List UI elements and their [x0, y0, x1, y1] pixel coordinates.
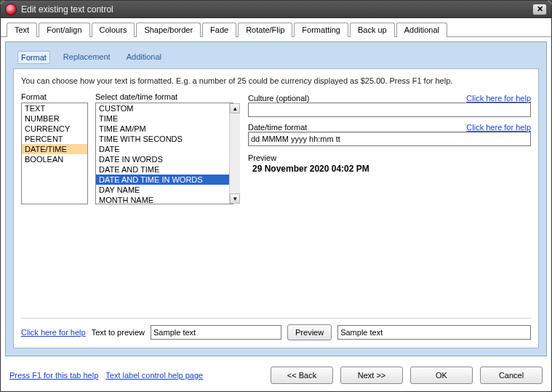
bottom-help-link[interactable]: Click here for help — [21, 328, 86, 337]
scrollbar[interactable]: ▴ ▾ — [229, 103, 240, 204]
cancel-button[interactable]: Cancel — [480, 367, 543, 384]
bottom-preview-row: Click here for help Text to preview Prev… — [21, 318, 531, 340]
format-item[interactable]: DATE/TIME — [22, 144, 87, 154]
select-dt-label: Select date/time format — [95, 92, 241, 101]
tab-text[interactable]: Text — [7, 23, 37, 37]
back-button[interactable]: << Back — [271, 367, 333, 384]
datetime-item[interactable]: DATE AND TIME — [96, 164, 233, 175]
ok-button[interactable]: OK — [410, 367, 473, 384]
tab-additional[interactable]: Additional — [396, 23, 447, 37]
dtf-help-link[interactable]: Click here for help — [466, 123, 531, 132]
scroll-up-icon[interactable]: ▴ — [230, 103, 240, 113]
scroll-down-icon[interactable]: ▾ — [230, 193, 240, 204]
preview-label: Preview — [248, 153, 531, 162]
format-column: Format TEXTNUMBERCURRENCYPERCENTDATE/TIM… — [21, 92, 88, 204]
tab-back-up[interactable]: Back up — [350, 23, 395, 37]
format-item[interactable]: TEXT — [22, 103, 87, 113]
datetime-item[interactable]: MONTH NAME — [96, 195, 233, 204]
datetime-column: Select date/time format CUSTOMTIMETIME A… — [95, 92, 241, 204]
text-to-preview-label: Text to preview — [92, 328, 145, 337]
format-panel: You can choose how your text is formatte… — [13, 68, 539, 348]
format-list[interactable]: TEXTNUMBERCURRENCYPERCENTDATE/TIMEBOOLEA… — [21, 103, 88, 204]
tab-shape-border[interactable]: Shape/border — [136, 23, 201, 37]
content-area: TextFont/alignColoursShape/borderFadeRot… — [1, 18, 551, 391]
inner-tab-bar: FormatReplacementAdditional — [13, 49, 539, 68]
tab-formatting[interactable]: Formatting — [294, 23, 348, 37]
intro-text: You can choose how your text is formatte… — [21, 76, 531, 85]
datetime-item[interactable]: TIME — [96, 113, 233, 124]
culture-input[interactable] — [248, 103, 531, 117]
next-button[interactable]: Next >> — [340, 367, 403, 384]
close-button[interactable]: ✕ — [532, 4, 547, 15]
inner-tab-additional[interactable]: Additional — [124, 51, 164, 64]
preview-button[interactable]: Preview — [287, 324, 332, 340]
culture-label: Culture (optional) — [248, 94, 309, 103]
inner-tab-format[interactable]: Format — [17, 51, 50, 64]
tab-help-link[interactable]: Press F1 for this tab help — [9, 371, 98, 380]
sample-input[interactable] — [151, 325, 281, 340]
tab-colours[interactable]: Colours — [92, 23, 135, 37]
format-item[interactable]: CURRENCY — [22, 124, 87, 134]
formatting-tab-body: FormatReplacementAdditional You can choo… — [5, 41, 547, 356]
right-column: Culture (optional) Click here for help D… — [248, 92, 531, 204]
format-label: Format — [21, 92, 88, 101]
format-item[interactable]: NUMBER — [22, 113, 87, 124]
control-help-link[interactable]: Text label control help page — [105, 371, 203, 380]
datetime-list[interactable]: CUSTOMTIMETIME AM/PMTIME WITH SECONDSDAT… — [95, 103, 233, 204]
format-item[interactable]: PERCENT — [22, 134, 87, 144]
tab-rotate-flip[interactable]: Rotate/Flip — [238, 23, 292, 37]
preview-value: 29 November 2020 04:02 PM — [252, 164, 531, 174]
dialog-window: Edit existing text control ✕ TextFont/al… — [0, 0, 552, 392]
titlebar: Edit existing text control ✕ — [1, 1, 551, 18]
culture-help-link[interactable]: Click here for help — [466, 94, 531, 103]
datetime-item[interactable]: TIME AM/PM — [96, 124, 233, 134]
dtf-label: Date/time format — [248, 123, 307, 132]
datetime-format-input[interactable] — [248, 132, 531, 146]
datetime-item[interactable]: TIME WITH SECONDS — [96, 134, 233, 144]
datetime-item[interactable]: DAY NAME — [96, 185, 233, 195]
tab-font-align[interactable]: Font/align — [39, 23, 89, 37]
datetime-item[interactable]: CUSTOM — [96, 103, 233, 113]
footer: Press F1 for this tab help Text label co… — [1, 361, 551, 391]
app-icon — [5, 4, 17, 15]
datetime-item[interactable]: DATE IN WORDS — [96, 154, 233, 164]
outer-tab-bar: TextFont/alignColoursShape/borderFadeRot… — [1, 18, 551, 37]
format-item[interactable]: BOOLEAN — [22, 154, 87, 164]
sample-output[interactable] — [337, 325, 531, 340]
main-row: Format TEXTNUMBERCURRENCYPERCENTDATE/TIM… — [21, 92, 531, 204]
tab-fade[interactable]: Fade — [202, 23, 236, 37]
datetime-item[interactable]: DATE — [96, 144, 233, 154]
datetime-item[interactable]: DATE AND TIME IN WORDS — [96, 175, 233, 185]
inner-tab-replacement[interactable]: Replacement — [60, 51, 113, 64]
window-title: Edit existing text control — [20, 4, 532, 15]
